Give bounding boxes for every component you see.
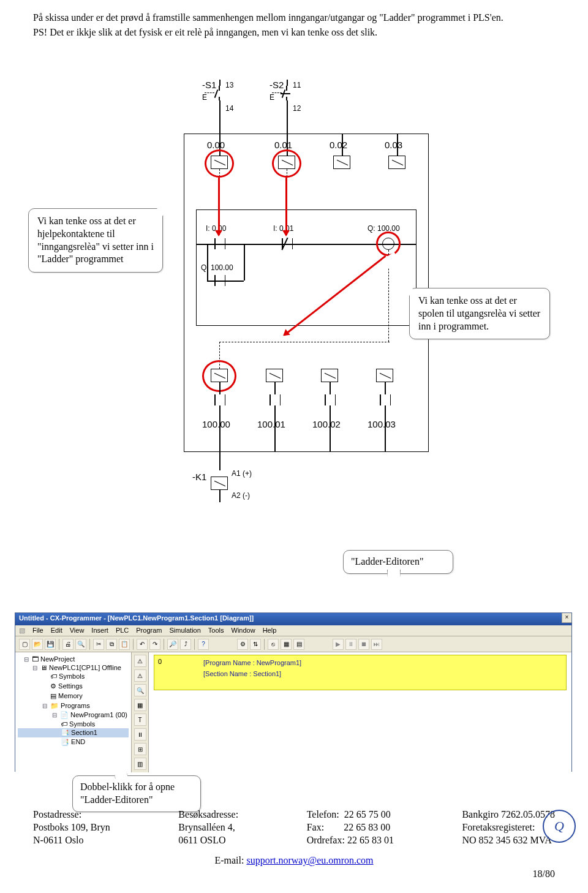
transfer-icon[interactable]: ⇅ bbox=[250, 639, 261, 650]
menu-help[interactable]: Help bbox=[263, 627, 277, 635]
menu-edit[interactable]: Edit bbox=[51, 627, 62, 635]
footer-col-postadresse: Postadresse: Postboks 109, Bryn N-0611 O… bbox=[33, 808, 110, 846]
ladder-rung-0[interactable]: 0 [Program Name : NewProgram1] [Section … bbox=[154, 655, 567, 690]
label-s2-pin-b: 12 bbox=[293, 104, 301, 113]
monitor-icon[interactable]: ▦ bbox=[281, 639, 292, 650]
aux-contact-2 bbox=[325, 394, 336, 405]
menu-view[interactable]: View bbox=[70, 627, 85, 635]
find-icon[interactable]: 🔎 bbox=[167, 639, 178, 650]
footer-email-link[interactable]: support.norway@eu.omron.com bbox=[246, 855, 373, 865]
tool-warning-icon[interactable]: ⚠ bbox=[134, 655, 146, 667]
label-k1-a1: A1 (+) bbox=[232, 469, 252, 478]
step-icon[interactable]: ⏭ bbox=[371, 639, 382, 650]
tool-zoom-icon[interactable]: 🔍 bbox=[134, 684, 146, 696]
tree-plc[interactable]: ⊟🖥 NewPLC1[CP1L] Offline bbox=[18, 663, 129, 672]
redo-icon[interactable]: ↷ bbox=[149, 639, 160, 650]
menu-simulation[interactable]: Simulation bbox=[169, 627, 200, 635]
red-circle-input-1 bbox=[272, 149, 301, 178]
label-in1: 0.01 bbox=[274, 140, 292, 150]
paste-icon[interactable]: 📋 bbox=[119, 639, 130, 650]
menubar: ▧ File Edit View Insert PLC Program Simu… bbox=[15, 625, 571, 636]
compile-icon[interactable]: ⚙ bbox=[237, 639, 248, 650]
help-icon[interactable]: ? bbox=[198, 639, 209, 650]
save-icon[interactable]: 💾 bbox=[45, 639, 56, 650]
window-titlebar: Untitled - CX-Programmer - [NewPLC1.NewP… bbox=[15, 613, 571, 625]
aux-contact-0 bbox=[214, 394, 225, 405]
menu-tools[interactable]: Tools bbox=[208, 627, 224, 635]
aux-contact-3 bbox=[380, 394, 391, 405]
callout-output-coil: Vi kan tenke oss at det er spolen til ut… bbox=[409, 288, 550, 339]
footer-col-besoksadresse: Besøksadresse: Brynsalléen 4, 0611 OSLO bbox=[178, 808, 238, 846]
callout-ladder-editor-text: "Ladder-Editoren" bbox=[351, 556, 423, 567]
undo-icon[interactable]: ↶ bbox=[137, 639, 148, 650]
label-s1-e: E bbox=[202, 93, 207, 102]
callout-double-click: Dobbel-klikk for å opne "Ladder-Editoren… bbox=[72, 775, 201, 812]
input-relay-3 bbox=[388, 156, 405, 169]
tree-section1[interactable]: 📑 Section1 bbox=[18, 728, 129, 737]
cut-icon[interactable]: ✂ bbox=[93, 639, 104, 650]
menu-insert[interactable]: Insert bbox=[91, 627, 108, 635]
ladder-editor-pane[interactable]: 0 [Program Name : NewProgram1] [Section … bbox=[149, 652, 571, 772]
tool-grid-icon[interactable]: ▦ bbox=[134, 699, 146, 711]
tool-warning2-icon[interactable]: ⚠ bbox=[134, 669, 146, 682]
section-name-label: [Section Name : Section1] bbox=[203, 670, 281, 677]
tool-view-icon[interactable]: ▥ bbox=[134, 758, 146, 770]
contact-i1 bbox=[282, 238, 293, 249]
output-relay-2 bbox=[321, 369, 338, 382]
tree-programs[interactable]: ⊟📁 Programs bbox=[18, 701, 129, 710]
contactor-k1 bbox=[211, 477, 228, 490]
tree-close-icon[interactable]: × bbox=[562, 613, 571, 623]
preview-icon[interactable]: 🔍 bbox=[75, 639, 86, 650]
aux-contact-1 bbox=[270, 394, 281, 405]
stop-icon[interactable]: ⏹ bbox=[358, 639, 369, 650]
tree-program[interactable]: ⊟📄 NewProgram1 (00) bbox=[18, 710, 129, 720]
label-out0: 100.00 bbox=[202, 419, 230, 429]
window-title-text: Untitled - CX-Programmer - [NewPLC1.NewP… bbox=[19, 614, 254, 622]
tree-prog-symbols[interactable]: 🏷 Symbols bbox=[18, 720, 129, 728]
tree-symbols[interactable]: 🏷 Symbols bbox=[18, 672, 129, 682]
online-icon[interactable]: ⎋ bbox=[268, 639, 279, 650]
label-s1-pin-a: 13 bbox=[225, 81, 233, 89]
tree-root[interactable]: ⊟🗔 NewProject bbox=[18, 655, 129, 663]
body-paragraph-1: På skissa under er det prøvd å framstill… bbox=[33, 11, 555, 24]
cx-programmer-window: Untitled - CX-Programmer - [NewPLC1.NewP… bbox=[15, 612, 572, 772]
tool-pause-icon[interactable]: ⏸ bbox=[134, 728, 146, 740]
switch-s1 bbox=[212, 86, 227, 100]
menu-file[interactable]: File bbox=[32, 627, 43, 635]
print-icon[interactable]: 🖨 bbox=[62, 639, 74, 650]
label-k1-a2: A2 (-) bbox=[232, 491, 250, 500]
menu-window[interactable]: Window bbox=[232, 627, 255, 635]
copy-icon[interactable]: ⧉ bbox=[106, 639, 117, 650]
switch-s2 bbox=[279, 86, 294, 100]
body-paragraph-2: PS! Det er ikkje slik at det fysisk er e… bbox=[33, 26, 555, 39]
debug-icon[interactable]: ▤ bbox=[293, 639, 304, 650]
menu-plc[interactable]: PLC bbox=[116, 627, 129, 635]
menu-program[interactable]: Program bbox=[136, 627, 162, 635]
red-arrow-2 bbox=[285, 178, 287, 235]
goto-icon[interactable]: ⤴ bbox=[180, 639, 191, 650]
tool-text-icon[interactable]: T bbox=[134, 714, 146, 726]
tree-memory[interactable]: ▤ Memory bbox=[18, 691, 129, 701]
label-out2: 100.02 bbox=[312, 419, 341, 429]
play-icon[interactable]: ▶ bbox=[333, 639, 344, 650]
output-relay-1 bbox=[266, 369, 283, 382]
callout-output-coil-text: Vi kan tenke oss at det er spolen til ut… bbox=[418, 295, 540, 331]
output-relay-3 bbox=[376, 369, 393, 382]
new-icon[interactable]: ▢ bbox=[19, 639, 30, 650]
red-circle-input-0 bbox=[205, 149, 234, 178]
open-icon[interactable]: 📂 bbox=[32, 639, 43, 650]
callout-input-relay: Vi kan tenke oss at det er hjelpekontakt… bbox=[28, 208, 163, 273]
label-out1: 100.01 bbox=[257, 419, 285, 429]
label-s2-e: E bbox=[270, 93, 274, 102]
label-q100: Q: 100.00 bbox=[368, 224, 400, 233]
toolbar: ▢ 📂 💾 🖨 🔍 ✂ ⧉ 📋 ↶ ↷ 🔎 ⤴ ? ⚙ ⇅ ⎋ ▦ ▤ ▶ ⏸ … bbox=[15, 636, 571, 652]
tree-settings[interactable]: ⚙ Settings bbox=[18, 682, 129, 691]
project-tree[interactable]: × ⊟🗔 NewProject ⊟🖥 NewPLC1[CP1L] Offline… bbox=[15, 652, 132, 772]
label-q100b: Q: 100.00 bbox=[201, 263, 233, 272]
circuit-diagram: -S1 13 E 14 -S2 11 E 12 0.00 0.01 0.02 0… bbox=[141, 80, 447, 545]
pause-icon[interactable]: ⏸ bbox=[345, 639, 356, 650]
label-in3: 0.03 bbox=[385, 140, 402, 150]
label-s2-pin-a: 11 bbox=[293, 81, 301, 89]
tool-rung-icon[interactable]: ⊞ bbox=[134, 743, 146, 755]
tree-end[interactable]: 📑 END bbox=[18, 737, 129, 747]
